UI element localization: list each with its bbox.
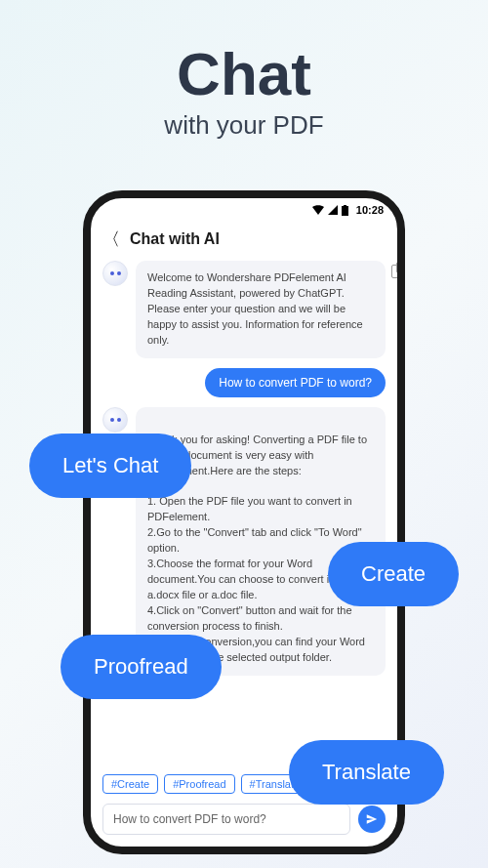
wifi-icon — [312, 205, 324, 215]
chip-proofread[interactable]: #Proofread — [164, 774, 234, 794]
pill-create: Create — [328, 542, 459, 606]
send-button[interactable] — [358, 806, 386, 833]
ai-welcome-text: Welcome to Wondershare PDFelement AI Rea… — [147, 271, 363, 346]
hero-title: Chat — [0, 44, 488, 104]
svg-rect-1 — [344, 205, 346, 206]
ai-message-welcome: Welcome to Wondershare PDFelement AI Rea… — [102, 261, 386, 358]
svg-rect-0 — [342, 206, 348, 216]
user-message: How to convert PDF to word? — [205, 368, 386, 397]
ai-avatar-icon — [102, 261, 128, 286]
page-title: Chat with AI — [130, 230, 220, 248]
status-bar: 10:28 — [91, 198, 397, 222]
hero-subtitle: with your PDF — [0, 110, 488, 141]
chat-input[interactable]: How to convert PDF to word? — [102, 804, 350, 835]
pill-proofread: Proofread — [61, 635, 222, 699]
signal-icon — [328, 205, 338, 215]
ai-bubble: Welcome to Wondershare PDFelement AI Rea… — [136, 261, 386, 358]
pill-lets-chat: Let's Chat — [29, 434, 191, 498]
pill-translate: Translate — [289, 740, 444, 805]
user-question-text: How to convert PDF to word? — [219, 376, 372, 390]
ai-avatar-icon — [102, 407, 128, 433]
chip-create[interactable]: #Create — [102, 774, 158, 794]
suggestion-chips: #Create #Proofread #Translate — [102, 774, 308, 794]
battery-icon — [342, 205, 348, 216]
copy-icon[interactable] — [391, 265, 397, 278]
hero-header: Chat with your PDF — [0, 0, 488, 141]
back-icon[interactable]: 〈 — [102, 227, 120, 251]
app-bar: 〈 Chat with AI — [91, 222, 397, 261]
input-bar: How to convert PDF to word? — [102, 804, 386, 835]
status-time: 10:28 — [356, 204, 384, 216]
send-icon — [365, 812, 379, 826]
